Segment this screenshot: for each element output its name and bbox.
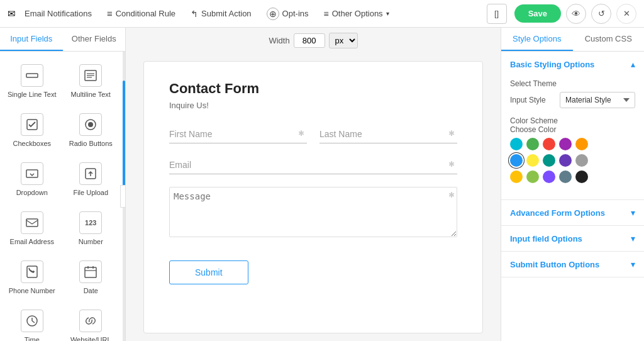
email-input[interactable] xyxy=(169,156,457,174)
conditional-icon: ≡ xyxy=(107,8,113,19)
submit-button[interactable]: Submit xyxy=(169,260,248,284)
width-input[interactable] xyxy=(294,33,325,48)
color-black[interactable] xyxy=(575,170,588,183)
field-email-address[interactable]: Email Address xyxy=(3,204,62,253)
main-layout: Input Fields Other Fields Single Line Te… xyxy=(0,28,644,341)
select-theme-label: Select Theme xyxy=(510,79,635,88)
fields-grid: Single Line Text Multiline Text Checkbox… xyxy=(0,52,123,341)
tab-other-fields[interactable]: Other Fields xyxy=(63,28,126,51)
nav-email-notifications[interactable]: Email Notifications xyxy=(18,5,98,22)
checkboxes-icon xyxy=(21,113,43,136)
form-subtitle: Inquire Us! xyxy=(169,101,457,110)
submit-icon: ↰ xyxy=(191,9,198,19)
dropdown-icon xyxy=(21,162,43,185)
field-date[interactable]: Date xyxy=(62,253,121,302)
email-field-icon xyxy=(21,211,43,234)
input-field-header[interactable]: Input field Options xyxy=(501,226,644,251)
input-field-toggle-icon xyxy=(631,233,635,243)
color-yellow[interactable] xyxy=(526,154,539,167)
nav-submit-label: Submit Action xyxy=(201,9,252,18)
field-date-label: Date xyxy=(84,287,98,294)
field-time-label: Time xyxy=(25,336,40,341)
color-purple[interactable] xyxy=(559,138,572,150)
color-row-2 xyxy=(510,154,635,167)
select-theme-group: Select Theme Input Style Material Style … xyxy=(510,79,635,108)
nav-opt-ins[interactable]: ⊕ Opt-ins xyxy=(260,4,315,24)
nav-other-options[interactable]: ≡ Other Options ▾ xyxy=(318,5,396,23)
color-dark-gray[interactable] xyxy=(559,170,572,183)
field-multiline-text[interactable]: Multiline Text xyxy=(62,57,121,106)
color-red[interactable] xyxy=(543,138,555,150)
field-number[interactable]: 123 Number xyxy=(62,204,121,253)
last-name-input[interactable] xyxy=(319,125,457,143)
field-file-upload[interactable]: File Upload xyxy=(62,155,121,204)
first-name-required: ✱ xyxy=(298,129,304,138)
basic-styling-header[interactable]: Basic Styling Options xyxy=(501,52,644,77)
close-button[interactable]: ✕ xyxy=(616,4,636,24)
tab-input-fields[interactable]: Input Fields xyxy=(0,28,63,51)
field-dropdown[interactable]: Dropdown xyxy=(3,155,62,204)
field-time[interactable]: Time xyxy=(3,302,62,341)
field-multiline-label: Multiline Text xyxy=(71,91,111,98)
field-single-line-label: Single Line Text xyxy=(8,91,56,98)
advanced-form-header[interactable]: Advanced Form Options xyxy=(501,200,644,225)
other-icon: ≡ xyxy=(324,9,329,19)
field-radio-buttons[interactable]: Radio Buttons xyxy=(62,106,121,155)
color-gray[interactable] xyxy=(575,154,588,167)
save-button[interactable]: Save xyxy=(514,4,561,23)
message-textarea[interactable] xyxy=(169,187,457,237)
layout-toggle-button[interactable]: [] xyxy=(487,4,507,24)
canvas-area: Width px % Contact Form Inquire Us! ✱ xyxy=(126,28,501,341)
color-orange[interactable] xyxy=(575,138,588,150)
refresh-button[interactable]: ↺ xyxy=(591,4,611,24)
width-unit-select[interactable]: px % xyxy=(329,33,358,48)
nav-email-label: Email Notifications xyxy=(25,9,92,18)
color-violet[interactable] xyxy=(543,170,555,183)
input-style-label: Input Style xyxy=(510,96,546,104)
width-label: Width xyxy=(269,36,289,45)
submit-button-title: Submit Button Options xyxy=(510,260,599,269)
field-checkboxes[interactable]: Checkboxes xyxy=(3,106,62,155)
section-input-field: Input field Options xyxy=(501,226,644,252)
field-website-url[interactable]: Website/URL xyxy=(62,302,121,341)
nav-submit-action[interactable]: ↰ Submit Action xyxy=(184,5,258,23)
nav-other-label: Other Options xyxy=(332,9,383,18)
sidebar-collapse-button[interactable]: ‹ xyxy=(120,185,125,208)
input-style-select[interactable]: Material Style Classic Style Flat Style xyxy=(560,92,635,108)
svg-rect-10 xyxy=(26,219,38,226)
field-checkboxes-label: Checkboxes xyxy=(13,140,51,147)
bracket-icon: [] xyxy=(494,9,499,18)
tab-custom-css[interactable]: Custom CSS xyxy=(573,28,645,51)
field-phone-number[interactable]: Phone Number xyxy=(3,253,62,302)
color-dark-purple[interactable] xyxy=(559,154,572,167)
nav-conditional-label: Conditional Rule xyxy=(116,9,175,18)
first-name-input[interactable] xyxy=(169,125,307,143)
choose-color-label: Choose Color xyxy=(510,125,635,134)
field-single-line-text[interactable]: Single Line Text xyxy=(3,57,62,106)
color-scheme-label: Color Scheme xyxy=(510,116,558,125)
canvas-scroll: Contact Form Inquire Us! ✱ ✱ ✱ xyxy=(126,53,501,341)
preview-button[interactable]: 👁 xyxy=(566,4,586,24)
tab-style-options[interactable]: Style Options xyxy=(501,28,573,51)
color-teal[interactable] xyxy=(510,138,523,150)
field-dropdown-label: Dropdown xyxy=(16,189,48,196)
color-green[interactable] xyxy=(526,138,539,150)
radio-icon xyxy=(79,113,102,136)
svg-rect-8 xyxy=(26,170,38,177)
last-name-required: ✱ xyxy=(448,129,455,138)
form-title: Contact Form xyxy=(169,81,457,97)
color-dark-teal[interactable] xyxy=(543,154,555,167)
color-gold[interactable] xyxy=(510,170,523,183)
url-icon xyxy=(79,310,102,332)
close-icon: ✕ xyxy=(623,9,630,18)
nav-conditional-rule[interactable]: ≡ Conditional Rule xyxy=(101,4,182,23)
field-email-label: Email Address xyxy=(10,238,54,245)
color-blue[interactable] xyxy=(510,154,523,167)
svg-line-17 xyxy=(32,321,35,323)
color-scheme-group: Color Scheme Choose Color xyxy=(510,116,635,183)
advanced-form-toggle-icon xyxy=(631,208,635,218)
color-light-green[interactable] xyxy=(526,170,539,183)
submit-button-header[interactable]: Submit Button Options xyxy=(501,252,644,277)
section-basic-styling: Basic Styling Options Select Theme Input… xyxy=(501,52,644,200)
right-panel: Style Options Custom CSS Basic Styling O… xyxy=(501,28,644,341)
